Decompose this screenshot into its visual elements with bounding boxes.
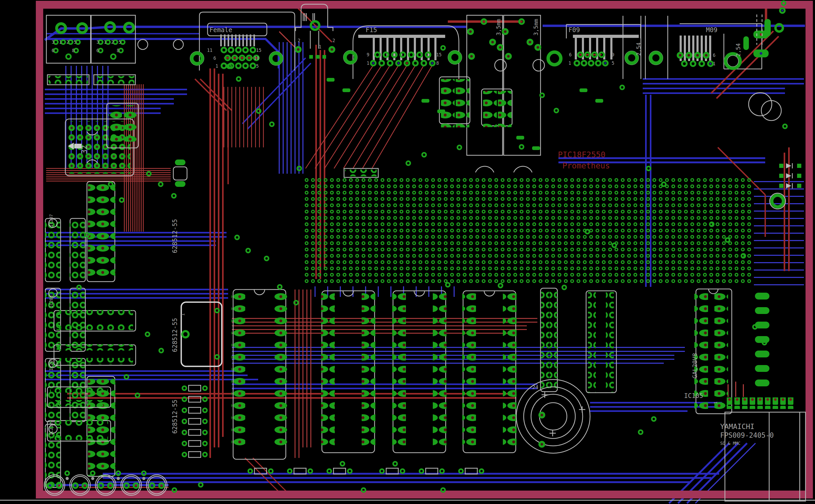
pin-number: 6: [569, 52, 571, 57]
pin-number: 1: [319, 44, 321, 49]
pin1-marker-a: 1: [180, 313, 185, 316]
silk-label-f15: F15: [366, 26, 377, 34]
sd-type-label: SD & MMC: [720, 441, 741, 446]
pin1-marker-b: 1: [713, 401, 718, 404]
connector-usb[interactable]: [295, 4, 335, 59]
pin-number: 1: [104, 39, 106, 45]
dip-socket-4[interactable]: [462, 291, 516, 453]
pin-number: 9: [367, 52, 369, 57]
silk-label-jack-left: 3,5mm: [495, 19, 502, 36]
header24-label: 24: [532, 384, 538, 390]
ic105-label: IC105: [684, 392, 703, 400]
sd-part-label: FPS009-2405-0: [720, 431, 774, 439]
proto-grid-area[interactable]: [305, 177, 753, 284]
pin-number: 6: [214, 56, 216, 61]
ram1-label: 628512-55: [171, 219, 178, 253]
silk-label-pitch-m09: 2,54: [735, 43, 742, 57]
bl-dip-2[interactable]: [54, 344, 136, 365]
pin-number: 2: [66, 39, 69, 45]
header-strip-a[interactable]: [47, 75, 89, 85]
pin-number: 2: [298, 38, 300, 43]
connector-f15[interactable]: [344, 26, 462, 79]
pin-number: 10: [254, 56, 259, 61]
ram3-label: 628512-55: [171, 400, 178, 434]
ic207-label: IC207: [49, 214, 54, 227]
bl-dip-1[interactable]: [54, 310, 136, 331]
dip-socket-3[interactable]: [392, 291, 446, 453]
pin-header-24[interactable]: [540, 288, 557, 392]
ic207-socket[interactable]: [45, 218, 85, 282]
connector-db15-female[interactable]: [190, 12, 295, 71]
silk-label-female: Female: [210, 26, 232, 34]
pin-number: 1: [216, 63, 218, 69]
pin-number: 5: [256, 63, 259, 69]
pin-number: 6: [96, 48, 99, 53]
silk-label-f09: F09: [568, 26, 580, 34]
ic208-label: IC208: [49, 295, 54, 308]
pin-number: 8: [72, 48, 74, 53]
dip-socket-5[interactable]: [586, 291, 617, 393]
pin-number: 6: [52, 48, 54, 53]
sd-brand-label: YAMAICHI: [720, 422, 754, 431]
pin-number: 6: [713, 53, 716, 58]
silk-label-plcc32: 32: [80, 145, 89, 154]
mcu-name-label: PIC18F2550: [558, 150, 605, 159]
pin-number: 2: [111, 39, 114, 45]
pin-number: 1: [568, 61, 571, 66]
board-drawing: Female F15 F09 M09 3,5mm 3,5mm 2,54 2,54…: [0, 0, 815, 504]
pin-number: 2: [332, 38, 335, 43]
pin-number: 8: [436, 61, 439, 66]
top-mid-socket-a[interactable]: [439, 77, 470, 127]
sd-card-socket[interactable]: [725, 397, 806, 501]
top-mid-socket-b[interactable]: [481, 89, 512, 127]
header-strip-c[interactable]: [344, 168, 378, 177]
pin-number: 9: [612, 52, 614, 57]
connector-fingers: [220, 34, 255, 46]
silk-label-m09: M09: [706, 26, 717, 34]
ic209-label: IC209: [49, 358, 54, 371]
pin-number: 1: [713, 61, 716, 66]
left-dip-socket-upper[interactable]: [87, 182, 115, 282]
gal-label: GAL20V8: [692, 353, 698, 378]
pin-number: 11: [207, 48, 212, 53]
dip-socket-1[interactable]: [232, 290, 287, 459]
relay-outline[interactable]: [181, 302, 222, 366]
pin-number: 15: [256, 48, 261, 53]
pin-number: 3: [96, 39, 99, 45]
ic210-label: IC210: [49, 423, 54, 435]
pin-number: 5: [118, 39, 121, 45]
piezo-buzzer[interactable]: [516, 380, 590, 453]
diode-led-row: [779, 163, 801, 188]
pin-number: 15: [436, 52, 441, 57]
mcu-value-label: Prometheus: [562, 161, 610, 170]
ram2-label: 628512-55: [171, 318, 178, 352]
pin-number: 3: [52, 39, 54, 45]
pin-number: 5: [612, 61, 614, 66]
crystal[interactable]: [173, 159, 187, 187]
resistor-column[interactable]: [182, 385, 207, 457]
pin-number: 1: [367, 61, 369, 66]
pcb-board-canvas[interactable]: Female F15 F09 M09 3,5mm 3,5mm 2,54 2,54…: [0, 0, 815, 504]
pin-number: 8: [117, 48, 119, 53]
pin-number: 1: [59, 39, 62, 45]
header-strip-b[interactable]: [94, 75, 135, 85]
silk-label-jack-right: 3,5mm: [533, 19, 539, 36]
pin-number: 5: [74, 39, 76, 45]
silk-label-pitch-f09: 2,54: [636, 42, 642, 56]
window-edge-line: [0, 500, 815, 501]
dip-socket-2[interactable]: [321, 291, 375, 453]
